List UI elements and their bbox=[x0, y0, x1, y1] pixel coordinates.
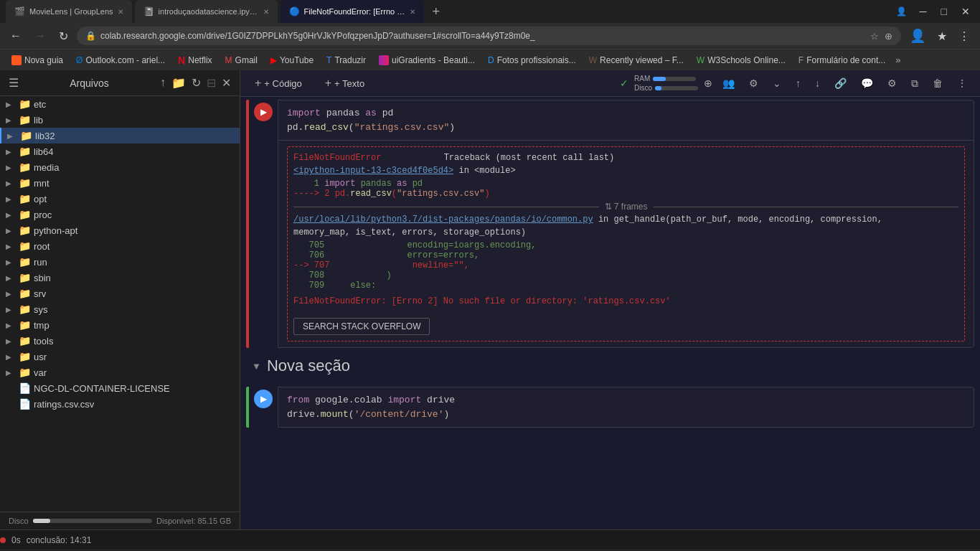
bookmarks-more-button[interactable]: » bbox=[892, 55, 903, 65]
bookmark-w3schools[interactable]: W W3Schools Online... bbox=[691, 54, 791, 67]
upload-file-icon[interactable]: ↑ bbox=[160, 76, 166, 90]
tree-item-run[interactable]: ▶ 📁 run bbox=[0, 254, 240, 270]
bookmark-traduzir[interactable]: T Traduzir bbox=[321, 54, 372, 67]
maximize-button[interactable]: □ bbox=[937, 4, 951, 19]
frames-toggle-button[interactable]: ⇅ 7 frames bbox=[605, 202, 648, 212]
add-text-label: + Texto bbox=[334, 78, 364, 89]
tree-item-mnt[interactable]: ▶ 📁 mnt bbox=[0, 175, 240, 191]
collapse-toolbar-icon[interactable]: ⌄ bbox=[768, 76, 786, 90]
arrow-proc: ▶ bbox=[6, 211, 16, 219]
address-bar[interactable]: 🔒 colab.research.google.com/drive/1G0IZ7… bbox=[77, 27, 901, 45]
bookmark-gmail[interactable]: M Gmail bbox=[220, 54, 263, 67]
tree-item-media[interactable]: ▶ 📁 media bbox=[0, 159, 240, 175]
tree-label-tmp: tmp bbox=[34, 320, 50, 331]
tab3-close[interactable]: ✕ bbox=[410, 8, 415, 16]
traceback-label: Traceback (most recent call last) bbox=[444, 153, 615, 163]
tree-item-root[interactable]: ▶ 📁 root bbox=[0, 238, 240, 254]
refresh-button[interactable]: ↻ bbox=[55, 28, 72, 44]
tree-item-lib32[interactable]: ▶ 📁 lib32 bbox=[0, 128, 240, 143]
tree-label-etc: etc bbox=[34, 99, 46, 110]
bookmark-formulario[interactable]: F Formulário de cont... bbox=[793, 54, 891, 67]
tree-item-sys[interactable]: ▶ 📁 sys bbox=[0, 301, 240, 317]
arrow-mnt: ▶ bbox=[6, 179, 16, 187]
tree-item-proc[interactable]: ▶ 📁 proc bbox=[0, 207, 240, 222]
title-bar: 🎬 MovieLens | GroupLens ✕ 📓 introduçaoda… bbox=[0, 0, 980, 23]
connect-button[interactable]: ⊕ bbox=[704, 77, 712, 89]
tree-item-ngc[interactable]: ▶ 📄 NGC-DL-CONTAINER-LICENSE bbox=[0, 380, 240, 396]
trace-line2: ----> 2 pd.read_csv("ratings.csv.csv") bbox=[293, 189, 958, 199]
tree-item-srv[interactable]: ▶ 📁 srv bbox=[0, 286, 240, 301]
arrow-tools: ▶ bbox=[6, 337, 16, 345]
more-options-icon[interactable]: ⋮ bbox=[953, 76, 971, 90]
frames-divider: ⇅ 7 frames bbox=[293, 202, 958, 212]
tree-item-var[interactable]: ▶ 📁 var bbox=[0, 364, 240, 380]
comment-icon[interactable]: 💬 bbox=[857, 76, 877, 90]
link-icon[interactable]: 🔗 bbox=[830, 76, 851, 90]
browser-tab-1[interactable]: 🎬 MovieLens | GroupLens ✕ bbox=[6, 0, 132, 23]
tree-item-ratings[interactable]: ▶ 📄 ratings.csv.csv bbox=[0, 396, 240, 412]
browser-tab-2[interactable]: 📓 introduçaodatascience.ipynb -... ✕ bbox=[135, 0, 278, 23]
add-text-button[interactable]: + + Texto bbox=[319, 75, 370, 91]
tree-item-python-apt[interactable]: ▶ 📁 python-apt bbox=[0, 222, 240, 238]
cell-settings-icon[interactable]: ⚙ bbox=[883, 76, 901, 90]
settings-notebook-icon[interactable]: ⚙ bbox=[745, 76, 763, 90]
tree-item-tmp[interactable]: ▶ 📁 tmp bbox=[0, 317, 240, 333]
tree-item-etc[interactable]: ▶ 📁 etc bbox=[0, 96, 240, 112]
drive-text: drive bbox=[427, 395, 455, 405]
move-down-icon[interactable]: ↓ bbox=[811, 76, 824, 90]
share-icon[interactable]: 👥 bbox=[718, 76, 739, 90]
bookmark-uigradients[interactable]: uiGradients - Beauti... bbox=[373, 54, 481, 67]
close-button[interactable]: ✕ bbox=[957, 4, 974, 19]
tree-item-lib64[interactable]: ▶ 📁 lib64 bbox=[0, 143, 240, 159]
browser-tab-3[interactable]: 🔵 FileNotFoundError: [Errno 2] No... ✕ bbox=[281, 0, 424, 23]
as-kw2: as bbox=[397, 179, 407, 189]
cell-mirror-icon[interactable]: ⧉ bbox=[907, 76, 923, 91]
close-sidebar-icon[interactable]: ✕ bbox=[222, 76, 231, 90]
profile-button[interactable]: 👤 bbox=[905, 27, 930, 45]
cell-1-code[interactable]: import pandas as pd pd.read_csv("ratings… bbox=[278, 100, 974, 140]
move-up-icon[interactable]: ↑ bbox=[791, 76, 805, 90]
forward-button[interactable]: → bbox=[30, 28, 50, 44]
new-folder-icon[interactable]: 📁 bbox=[171, 76, 186, 90]
tab2-close[interactable]: ✕ bbox=[263, 8, 269, 16]
bookmark-youtube[interactable]: ▶ YouTube bbox=[265, 54, 319, 67]
tree-item-lib[interactable]: ▶ 📁 lib bbox=[0, 112, 240, 128]
pandas-common-link[interactable]: /usr/local/lib/python3.7/dist-packages/p… bbox=[293, 215, 593, 225]
cell-2-code[interactable]: from google.colab import drive drive.mou… bbox=[278, 387, 974, 427]
tab1-close[interactable]: ✕ bbox=[118, 8, 123, 16]
profile-icon: 👤 bbox=[893, 6, 910, 17]
bookmark-star-icon[interactable]: ☆ bbox=[870, 31, 879, 42]
import-kw: import bbox=[287, 108, 321, 118]
bookmark-fotos[interactable]: D Fotos profissionais... bbox=[482, 54, 582, 67]
folder-mnt-icon: 📁 bbox=[19, 177, 31, 189]
add-code-button[interactable]: + + Código bbox=[249, 75, 308, 91]
folder-sys-icon: 📁 bbox=[19, 303, 31, 315]
refresh-files-icon[interactable]: ↻ bbox=[192, 76, 201, 90]
bookmark-recently-viewed[interactable]: W Recently viewed – F... bbox=[583, 54, 689, 67]
section-collapse-icon[interactable]: ▼ bbox=[252, 361, 261, 372]
cell-2-run-button[interactable]: ▶ bbox=[254, 390, 273, 408]
collapse-files-icon[interactable]: ⊟ bbox=[207, 76, 216, 90]
tree-item-usr[interactable]: ▶ 📁 usr bbox=[0, 349, 240, 364]
sidebar-menu-icon[interactable]: ☰ bbox=[9, 76, 19, 90]
new-tab-button[interactable]: + bbox=[427, 1, 446, 22]
arrow2: ----> bbox=[293, 189, 324, 199]
favorites-button[interactable]: ★ bbox=[933, 28, 951, 44]
delete-cell-icon[interactable]: 🗑 bbox=[928, 76, 947, 90]
minimize-button[interactable]: ─ bbox=[915, 4, 931, 19]
extension-icon[interactable]: ⊕ bbox=[885, 31, 892, 42]
bookmark-outlook[interactable]: Ø Outlook.com - ariel... bbox=[70, 54, 171, 67]
back-button[interactable]: ← bbox=[6, 28, 26, 44]
tree-item-opt[interactable]: ▶ 📁 opt bbox=[0, 191, 240, 207]
bookmark-nova-guia[interactable]: Nova guia bbox=[6, 54, 69, 67]
tabs-container: 🎬 MovieLens | GroupLens ✕ 📓 introduçaoda… bbox=[6, 0, 446, 23]
ipython-link[interactable]: <ipython-input-13-c3ced4f0e5d4> bbox=[293, 166, 453, 176]
settings-button[interactable]: ⋮ bbox=[954, 28, 974, 44]
folder-etc-icon: 📁 bbox=[19, 98, 31, 110]
bookmark-netflix[interactable]: N Netflix bbox=[172, 53, 217, 67]
tree-item-sbin[interactable]: ▶ 📁 sbin bbox=[0, 270, 240, 286]
search-stackoverflow-button[interactable]: SEARCH STACK OVERFLOW bbox=[293, 318, 430, 335]
cell-1-run-button[interactable]: ▶ bbox=[254, 103, 273, 121]
cell-2: ▶ from google.colab import drive drive.m… bbox=[246, 387, 974, 428]
tree-item-tools[interactable]: ▶ 📁 tools bbox=[0, 333, 240, 349]
